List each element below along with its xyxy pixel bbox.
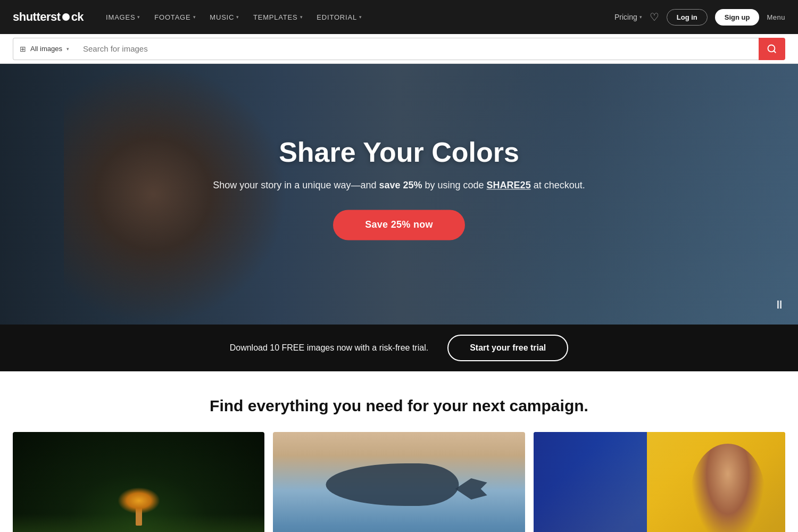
chevron-down-icon: ▾ bbox=[137, 14, 140, 20]
drummer-blue-panel bbox=[534, 432, 647, 532]
trial-banner: Download 10 FREE images now with a risk-… bbox=[0, 325, 798, 371]
whale-tail bbox=[455, 478, 487, 500]
hero-title: Share Your Colors bbox=[213, 137, 585, 168]
search-icon bbox=[767, 44, 777, 54]
image-filter-icon: ⊞ bbox=[20, 45, 26, 53]
wishlist-icon[interactable]: ♡ bbox=[650, 11, 659, 23]
whale-body bbox=[326, 463, 459, 506]
menu-button[interactable]: Menu bbox=[767, 13, 785, 21]
mushroom-glow bbox=[118, 487, 160, 514]
chevron-down-icon: ▾ bbox=[300, 14, 303, 20]
main-nav: shutterstck IMAGES ▾ FOOTAGE ▾ MUSIC ▾ T… bbox=[0, 0, 798, 34]
nav-item-editorial[interactable]: EDITORIAL ▾ bbox=[311, 9, 367, 26]
logo-text-end: ck bbox=[71, 10, 84, 24]
chevron-down-icon: ▾ bbox=[639, 14, 642, 20]
hero-window-overlay bbox=[585, 64, 798, 325]
logo-icon bbox=[62, 13, 70, 21]
chevron-down-icon: ▾ bbox=[193, 14, 196, 20]
trial-cta-button[interactable]: Start your free trial bbox=[447, 335, 568, 361]
chevron-down-icon: ▾ bbox=[66, 46, 69, 52]
logo-text: shutterst bbox=[13, 10, 61, 24]
trial-text: Download 10 FREE images now with a risk-… bbox=[230, 343, 428, 353]
nav-item-images[interactable]: IMAGES ▾ bbox=[101, 9, 146, 26]
nav-links: IMAGES ▾ FOOTAGE ▾ MUSIC ▾ TEMPLATES ▾ E… bbox=[101, 9, 614, 26]
content-section: Find everything you need for your next c… bbox=[0, 371, 798, 532]
login-button[interactable]: Log in bbox=[667, 9, 708, 26]
image-card-drummer[interactable] bbox=[534, 432, 785, 532]
nav-right: Pricing ▾ ♡ Log in Sign up Menu bbox=[614, 9, 785, 26]
signup-button[interactable]: Sign up bbox=[715, 9, 760, 26]
nav-item-footage[interactable]: FOOTAGE ▾ bbox=[149, 9, 201, 26]
search-filter-dropdown[interactable]: ⊞ All images ▾ bbox=[13, 38, 76, 60]
search-bar: ⊞ All images ▾ bbox=[0, 34, 798, 64]
section-title: Find everything you need for your next c… bbox=[13, 397, 785, 415]
image-card-whale[interactable] bbox=[273, 432, 525, 532]
hero-section: Share Your Colors Show your story in a u… bbox=[0, 64, 798, 325]
search-input[interactable] bbox=[76, 38, 759, 60]
hero-cta-button[interactable]: Save 25% now bbox=[333, 210, 465, 240]
pricing-link[interactable]: Pricing ▾ bbox=[614, 13, 642, 21]
logo[interactable]: shutterstck bbox=[13, 10, 84, 24]
image-grid bbox=[13, 432, 785, 532]
hero-subtitle: Show your story in a unique way—and save… bbox=[213, 179, 585, 193]
chevron-down-icon: ▾ bbox=[236, 14, 239, 20]
hero-content: Share Your Colors Show your story in a u… bbox=[213, 137, 585, 240]
search-button[interactable] bbox=[759, 38, 785, 60]
nav-item-music[interactable]: MUSIC ▾ bbox=[204, 9, 245, 26]
chevron-down-icon: ▾ bbox=[359, 14, 362, 20]
pause-button[interactable]: ⏸ bbox=[774, 298, 785, 312]
image-card-mushroom[interactable] bbox=[13, 432, 264, 532]
nav-item-templates[interactable]: TEMPLATES ▾ bbox=[248, 9, 308, 26]
